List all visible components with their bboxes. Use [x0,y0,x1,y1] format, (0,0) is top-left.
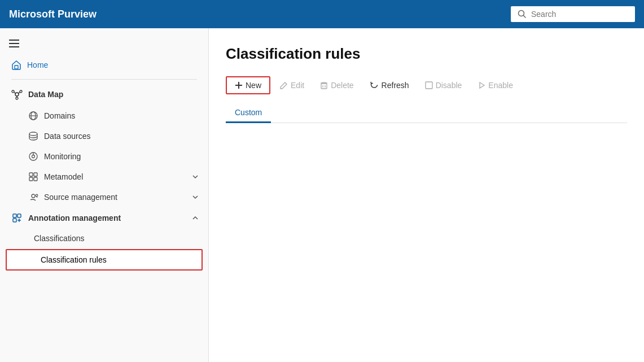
sidebar-item-classifications[interactable]: Classifications [0,229,208,248]
refresh-button[interactable]: Refresh [363,77,416,93]
sidebar-classifications-label: Classifications [34,234,84,243]
sidebar: Home Data Map Domains [0,28,209,362]
sidebar-item-annotation-management[interactable]: Annotation management [0,207,208,229]
tab-custom-label: Custom [235,108,262,117]
sidebar-annotation-management-label: Annotation management [28,213,121,223]
svg-point-22 [36,194,38,197]
disable-label: Disable [436,81,462,90]
svg-rect-24 [17,214,21,217]
sidebar-data-map-label: Data Map [28,90,197,99]
hamburger-icon [9,40,19,47]
sidebar-metamodel-label: Metamodel [44,172,83,181]
chevron-down-icon [191,173,199,181]
sidebar-home-label: Home [27,60,48,69]
app-title: Microsoft Purview [9,8,511,20]
search-icon [518,10,527,19]
enable-button[interactable]: Enable [471,77,520,93]
svg-rect-28 [321,84,327,89]
svg-point-15 [32,155,35,158]
svg-rect-23 [13,214,16,217]
svg-rect-20 [34,177,37,181]
enable-icon [477,81,485,89]
edit-button[interactable]: Edit [273,77,311,93]
disable-button[interactable]: Disable [418,77,469,93]
refresh-icon [370,81,379,90]
sidebar-divider-1 [11,79,197,80]
svg-point-5 [20,90,22,93]
disable-icon [425,81,433,89]
edit-icon [279,81,288,90]
svg-point-6 [16,97,18,99]
sidebar-domains-label: Domains [44,111,75,120]
search-input[interactable] [531,10,628,19]
edit-label: Edit [291,81,304,90]
tabs-container: Custom [226,103,627,123]
svg-point-13 [29,132,37,136]
svg-rect-18 [34,173,37,176]
domains-icon [28,111,38,121]
sidebar-item-data-sources[interactable]: Data sources [0,126,208,146]
chevron-down-icon2 [191,193,199,201]
sidebar-item-data-map[interactable]: Data Map [0,83,208,106]
annotation-management-icon [11,212,23,224]
page-title: Classification rules [226,45,627,63]
svg-rect-25 [13,219,16,222]
home-icon [11,60,21,70]
svg-rect-17 [29,173,33,176]
search-box[interactable] [511,6,635,22]
data-sources-icon [28,131,38,141]
svg-line-1 [524,16,526,18]
svg-rect-19 [29,177,33,181]
delete-button[interactable]: Delete [313,77,360,93]
svg-rect-2 [15,66,18,69]
hamburger-button[interactable] [0,33,208,54]
enable-label: Enable [488,81,513,90]
sidebar-data-sources-label: Data sources [44,132,90,141]
sidebar-item-home[interactable]: Home [0,54,208,76]
svg-point-4 [12,90,14,93]
metamodel-icon [28,172,38,182]
source-management-icon [28,192,38,202]
delete-label: Delete [331,81,353,90]
sidebar-classification-rules-label: Classification rules [41,255,107,264]
svg-marker-32 [480,82,484,88]
content-area: Classification rules New Edit [209,28,644,362]
sidebar-monitoring-label: Monitoring [44,152,81,161]
data-map-icon [11,89,23,100]
delete-icon [320,81,328,90]
sidebar-item-domains[interactable]: Domains [0,106,208,126]
new-label: New [246,81,261,90]
sidebar-item-monitoring[interactable]: Monitoring [0,146,208,167]
refresh-label: Refresh [382,81,409,90]
tab-custom[interactable]: Custom [226,103,271,123]
toolbar: New Edit Delete [226,76,627,94]
svg-rect-31 [426,82,432,89]
chevron-up-icon [191,214,199,222]
svg-point-21 [32,194,35,198]
app-header: Microsoft Purview [0,0,644,28]
monitoring-icon [28,151,38,162]
sidebar-item-source-management[interactable]: Source management [0,187,208,207]
new-button[interactable]: New [226,76,270,94]
plus-icon [235,81,243,89]
svg-point-3 [15,93,19,96]
sidebar-source-management-label: Source management [44,193,117,202]
main-layout: Home Data Map Domains [0,28,644,362]
content-body [226,123,627,362]
sidebar-item-classification-rules[interactable]: Classification rules [6,249,203,271]
sidebar-item-metamodel[interactable]: Metamodel [0,167,208,187]
